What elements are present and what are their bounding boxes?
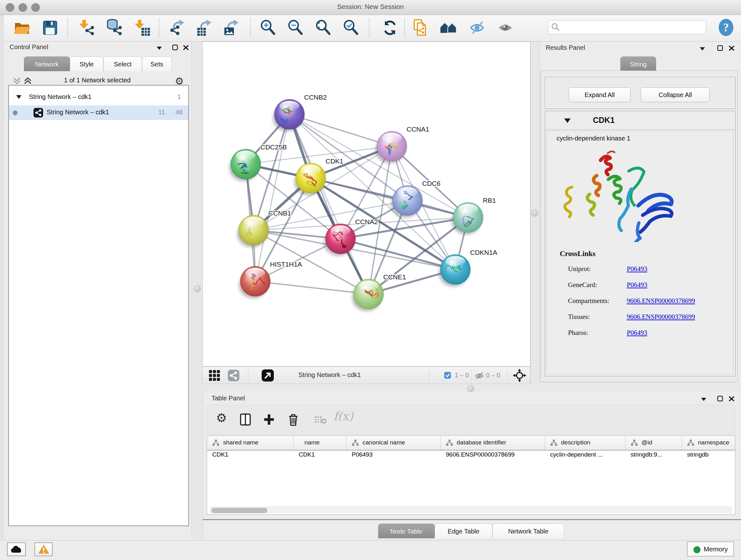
- splitter-handle-bottom[interactable]: [467, 385, 474, 392]
- column-header--id[interactable]: @id: [625, 436, 682, 450]
- import-table-button[interactable]: [133, 19, 151, 37]
- grid-view-icon[interactable]: [208, 369, 220, 381]
- zoom-out-button[interactable]: [286, 19, 305, 37]
- import-network-button[interactable]: [77, 19, 95, 37]
- add-column-icon[interactable]: [263, 414, 275, 426]
- table-cell[interactable]: stringdb: [687, 451, 734, 464]
- home-button[interactable]: [440, 19, 458, 37]
- birds-eye-view-icon[interactable]: [261, 369, 274, 382]
- table-panel-float-icon[interactable]: [717, 395, 724, 402]
- table-cell[interactable]: P06493: [352, 451, 440, 464]
- tab-network-table[interactable]: Network Table: [492, 523, 564, 538]
- crosslink-link[interactable]: 9606.ENSP00000378699: [627, 313, 695, 321]
- zoom-selected-button[interactable]: [342, 19, 360, 37]
- tab-edge-table[interactable]: Edge Table: [434, 523, 492, 538]
- network-node-CCNB2[interactable]: CCNB2: [273, 94, 327, 132]
- toolbar-separator: [67, 18, 68, 37]
- results-panel-menu-icon[interactable]: [699, 45, 706, 52]
- crosslink-link[interactable]: P06493: [627, 265, 647, 273]
- network-node-CDC6[interactable]: CDC6: [391, 180, 441, 218]
- export-network-button[interactable]: [169, 19, 187, 37]
- network-tree: String Network – cdk1 1 String Network –…: [8, 85, 189, 526]
- delete-column-trash-icon[interactable]: [287, 414, 299, 426]
- fit-selected-crosshair-icon[interactable]: [513, 369, 526, 382]
- search-icon: [551, 23, 560, 32]
- column-header-name[interactable]: name: [293, 436, 347, 450]
- column-header-database-identifier[interactable]: database identifier: [441, 436, 545, 450]
- cloud-status-button[interactable]: [7, 543, 26, 556]
- zoom-in-button[interactable]: [259, 19, 277, 37]
- show-columns-icon[interactable]: [240, 414, 251, 426]
- tree-expander-icon[interactable]: [16, 94, 22, 100]
- collapse-section-icon[interactable]: [563, 118, 571, 124]
- table-cell[interactable]: cyclin-dependent ...: [550, 451, 624, 464]
- results-panel-close-icon[interactable]: [728, 45, 735, 52]
- refresh-button[interactable]: [381, 19, 399, 37]
- table-cell[interactable]: stringdb:9...: [630, 451, 681, 464]
- network-row-selected[interactable]: String Network – cdk1 11 48: [9, 105, 188, 120]
- splitter-handle-right[interactable]: [531, 209, 538, 216]
- import-database-button[interactable]: [105, 19, 123, 37]
- table-panel-close-icon[interactable]: [728, 395, 735, 402]
- table-panel-menu-icon[interactable]: [700, 396, 707, 403]
- node-label-CDC6: CDC6: [422, 180, 441, 187]
- node-details-body: cyclin-dependent kinase 1: [547, 131, 734, 374]
- table-settings-gear-icon[interactable]: ⚙: [216, 411, 227, 425]
- string-results-container: Expand All Collapse All CDK1 cyclin-depe…: [541, 71, 738, 382]
- import-table-icon: [133, 19, 151, 37]
- column-header-namespace[interactable]: namespace: [682, 436, 735, 450]
- crosslink-link[interactable]: 9606.ENSP00000378699: [627, 297, 695, 305]
- warning-status-button[interactable]: [35, 543, 53, 556]
- main-toolbar: ?: [0, 15, 741, 42]
- tab-node-table[interactable]: Node Table: [378, 523, 434, 538]
- table-horizontal-scrollbar[interactable]: [210, 507, 732, 513]
- table-cell[interactable]: CDK1: [212, 451, 292, 464]
- network-view-canvas[interactable]: CCNB2CCNA1CDC25BCDK1CDC6RB1CCNB1CCNA2CDK…: [202, 42, 530, 367]
- gene-description: cyclin-dependent kinase 1: [556, 135, 630, 142]
- network-node-HIST1H1A[interactable]: HIST1H1A: [239, 260, 302, 299]
- tab-string[interactable]: String: [620, 57, 656, 71]
- tab-style[interactable]: Style: [70, 57, 104, 71]
- zoom-fit-button[interactable]: [314, 19, 332, 37]
- tab-sets[interactable]: Sets: [142, 57, 172, 71]
- tab-network[interactable]: Network: [24, 57, 70, 71]
- column-header-description[interactable]: description: [545, 436, 625, 450]
- gene-name: CDK1: [593, 116, 615, 125]
- column-header-canonical-name[interactable]: canonical name: [347, 436, 441, 450]
- eye-disabled-icon: [497, 19, 515, 37]
- network-node-RB1[interactable]: RB1: [452, 197, 496, 235]
- node-label-HIST1H1A: HIST1H1A: [270, 260, 302, 268]
- search-input[interactable]: [548, 20, 706, 34]
- expand-all-button[interactable]: Expand All: [569, 87, 630, 102]
- control-panel-close-icon[interactable]: [183, 44, 190, 51]
- network-collection-row[interactable]: String Network – cdk1 1: [9, 90, 188, 105]
- splitter-handle-left[interactable]: [194, 285, 201, 292]
- table-header-row: shared namenamecanonical namedatabase id…: [207, 436, 735, 450]
- memory-button[interactable]: Memory: [687, 542, 734, 557]
- crosslink-link[interactable]: P06493: [627, 281, 647, 289]
- export-table-button[interactable]: [196, 19, 214, 37]
- results-panel-float-icon[interactable]: [717, 45, 724, 52]
- string-protein-query-button[interactable]: [412, 19, 430, 37]
- save-session-button[interactable]: [41, 19, 59, 37]
- network-node-CDK1[interactable]: CDK1: [294, 158, 343, 195]
- control-panel-menu-icon[interactable]: [156, 45, 163, 52]
- table-cell[interactable]: 9606.ENSP00000378699: [446, 451, 544, 464]
- help-button[interactable]: ?: [718, 18, 734, 37]
- collapse-all-button[interactable]: Collapse All: [641, 87, 710, 102]
- hidden-eye-icon[interactable]: [475, 371, 484, 380]
- control-panel-float-icon[interactable]: [172, 44, 179, 51]
- network-node-CCNA1[interactable]: CCNA1: [375, 125, 429, 164]
- tab-select[interactable]: Select: [104, 57, 142, 71]
- search-box: [548, 20, 706, 34]
- table-cell[interactable]: CDK1: [299, 451, 345, 464]
- eye-slash-button[interactable]: [469, 19, 487, 37]
- network-thumbnail-icon[interactable]: [227, 369, 240, 381]
- scrollbar-thumb[interactable]: [212, 508, 267, 513]
- selected-checkbox-icon[interactable]: [444, 372, 451, 379]
- column-header-shared-name[interactable]: shared name: [207, 436, 293, 450]
- open-session-button[interactable]: [13, 19, 31, 37]
- crosslink-link[interactable]: P06493: [627, 329, 647, 337]
- node-details-header[interactable]: CDK1: [545, 111, 735, 130]
- export-image-button[interactable]: [223, 19, 241, 37]
